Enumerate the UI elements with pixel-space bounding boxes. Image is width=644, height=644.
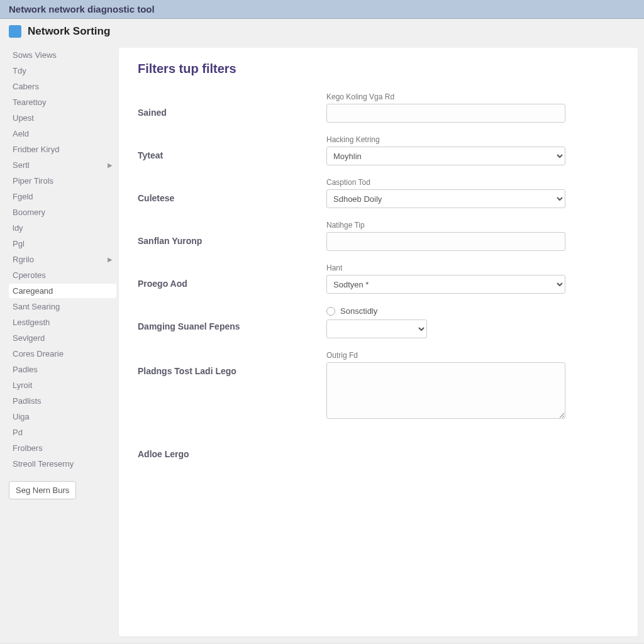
form-row-label: Adloe Lergo <box>138 434 326 459</box>
field-label: Kego Koling Vga Rd <box>326 92 565 101</box>
form-row-label: Tyteat <box>138 135 326 160</box>
radio-row: Sonsctidly <box>326 306 565 316</box>
sidebar-item-8[interactable]: Piper Tirols <box>9 174 116 188</box>
sidebar-item-14[interactable]: Cperotes <box>9 268 116 282</box>
sidebar-item-label: Sows Views <box>13 50 57 60</box>
sidebar-item-label: Tdy <box>13 66 26 75</box>
form-row-5: Damging Suanel FepensSonsctidly <box>138 306 619 338</box>
app-body: Sows ViewsTdyCabersTearettoyUpestAeldFri… <box>0 44 644 643</box>
form-field: Kego Koling Vga Rd <box>326 92 565 123</box>
radio-label: Sonsctidly <box>340 306 377 316</box>
sidebar-item-9[interactable]: Fgeld <box>9 189 116 204</box>
form-row-4: Proego AodHantSodtyen * <box>138 264 619 294</box>
sidebar-item-0[interactable]: Sows Views <box>9 48 116 62</box>
text-input[interactable] <box>326 104 565 123</box>
sidebar-item-label: Lyroit <box>13 380 32 390</box>
sidebar-item-label: Boomery <box>13 208 45 217</box>
sidebar-item-label: Rgrilo <box>13 255 34 264</box>
sidebar-item-2[interactable]: Cabers <box>9 79 116 94</box>
sidebar-item-label: Sertl <box>13 160 30 170</box>
app-header: Network Sorting <box>0 19 644 44</box>
sidebar-item-label: Fgeld <box>13 192 33 201</box>
sidebar-item-label: Lestlgesth <box>13 318 50 327</box>
sidebar-footer-button[interactable]: Seg Nern Burs <box>9 481 76 499</box>
sidebar-item-label: Cabers <box>13 82 39 91</box>
sidebar-item-label: Sant Searing <box>13 302 60 311</box>
text-input[interactable] <box>326 232 565 251</box>
sidebar-item-5[interactable]: Aeld <box>9 126 116 141</box>
sidebar-item-1[interactable]: Tdy <box>9 64 116 78</box>
textarea-input[interactable] <box>326 362 565 419</box>
sidebar-item-7[interactable]: Sertl▶ <box>9 158 116 172</box>
sidebar-item-label: Frolbers <box>13 443 43 453</box>
field-label: Natihge Tip <box>326 221 565 230</box>
field-label: Casption Tod <box>326 178 565 187</box>
page-title: Network Sorting <box>28 25 110 38</box>
sidebar-item-label: Cperotes <box>13 270 46 280</box>
select-input[interactable]: Sdhoeb Doily <box>326 189 565 208</box>
window-title-bar: Network network diagnostic tool <box>0 0 644 19</box>
sidebar-item-12[interactable]: Pgl <box>9 236 116 251</box>
sidebar-item-18[interactable]: Sevlgerd <box>9 331 116 345</box>
sidebar-item-17[interactable]: Lestlgesth <box>9 315 116 330</box>
sidebar-item-label: Fridber Kiryd <box>13 145 59 154</box>
sidebar-item-19[interactable]: Cores Drearie <box>9 347 116 361</box>
form-row-3: Sanflan YuronpNatihge Tip <box>138 221 619 251</box>
sidebar-item-15[interactable]: Caregeand <box>9 284 116 298</box>
sidebar-item-23[interactable]: Uiga <box>9 409 116 424</box>
sidebar-item-22[interactable]: Padlists <box>9 394 116 408</box>
sidebar-item-label: Padlists <box>13 396 42 406</box>
sidebar-item-label: Streoll Tereserny <box>13 459 74 469</box>
form: SainedKego Koling Vga RdTyteatHacking Ke… <box>138 92 619 459</box>
sidebar-item-label: Tearettoy <box>13 97 46 107</box>
form-field: HantSodtyen * <box>326 264 565 294</box>
form-row-label: Culetese <box>138 178 326 203</box>
form-row-1: TyteatHacking KetringMoyhlin <box>138 135 619 165</box>
select-input[interactable]: Sodtyen * <box>326 275 565 294</box>
app-badge-icon <box>9 25 21 38</box>
sidebar-item-label: Pgl <box>13 239 25 248</box>
sidebar-item-4[interactable]: Upest <box>9 111 116 125</box>
main-heading: Filters tup filters <box>138 62 619 76</box>
sidebar-item-26[interactable]: Streoll Tereserny <box>9 457 116 471</box>
sidebar-item-21[interactable]: Lyroit <box>9 378 116 392</box>
sidebar-item-24[interactable]: Pd <box>9 425 116 440</box>
sidebar-item-label: Uiga <box>13 412 30 421</box>
sidebar-item-label: Upest <box>13 113 34 123</box>
sidebar-item-10[interactable]: Boomery <box>9 205 116 219</box>
form-field: Casption TodSdhoeb Doily <box>326 178 565 208</box>
sidebar-item-6[interactable]: Fridber Kiryd <box>9 142 116 157</box>
sidebar-item-label: Pd <box>13 428 23 437</box>
select-input[interactable]: Moyhlin <box>326 147 565 165</box>
field-label: Outrig Fd <box>326 351 565 360</box>
app-container: Network Sorting Sows ViewsTdyCabersTeare… <box>0 19 644 643</box>
form-field: Hacking KetringMoyhlin <box>326 135 565 165</box>
sidebar-item-16[interactable]: Sant Searing <box>9 299 116 314</box>
main-panel: Filters tup filters SainedKego Koling Vg… <box>119 48 638 636</box>
sidebar-item-label: ldy <box>13 223 23 233</box>
field-label: Hant <box>326 264 565 272</box>
sidebar-item-label: Piper Tirols <box>13 176 53 186</box>
form-row-0: SainedKego Koling Vga Rd <box>138 92 619 123</box>
sidebar-item-11[interactable]: ldy <box>9 221 116 235</box>
select-input-small[interactable] <box>326 319 427 338</box>
sidebar-item-label: Cores Drearie <box>13 349 64 358</box>
form-field: Natihge Tip <box>326 221 565 251</box>
radio-button[interactable] <box>326 307 335 316</box>
sidebar-item-25[interactable]: Frolbers <box>9 441 116 455</box>
sidebar-item-label: Padles <box>13 365 38 374</box>
sidebar-item-3[interactable]: Tearettoy <box>9 95 116 109</box>
sidebar-item-13[interactable]: Rgrilo▶ <box>9 252 116 267</box>
sidebar-item-label: Sevlgerd <box>13 333 45 343</box>
field-label: Hacking Ketring <box>326 135 565 144</box>
form-field: Sonsctidly <box>326 306 565 338</box>
form-field: Outrig Fd <box>326 351 565 421</box>
form-row-label: Damging Suanel Fepens <box>138 306 326 331</box>
chevron-right-icon: ▶ <box>108 162 113 169</box>
window-title: Network network diagnostic tool <box>9 4 155 14</box>
sidebar-item-20[interactable]: Padles <box>9 362 116 377</box>
form-row-7: Adloe Lergo <box>138 434 619 459</box>
form-row-label: Pladngs Tost Ladi Lego <box>138 351 326 376</box>
form-row-2: CuleteseCasption TodSdhoeb Doily <box>138 178 619 208</box>
sidebar-item-label: Caregeand <box>13 286 53 296</box>
